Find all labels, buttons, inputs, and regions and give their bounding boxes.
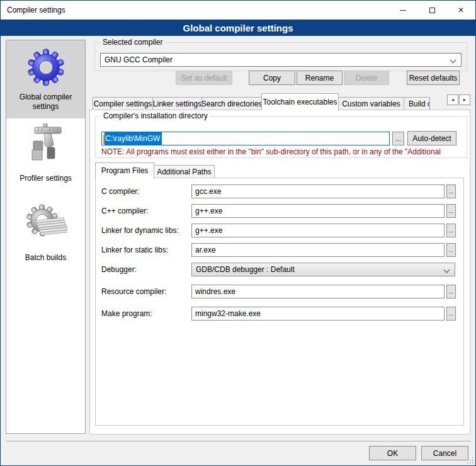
c-compiler-input[interactable] bbox=[191, 185, 445, 198]
static-linker-input[interactable] bbox=[191, 243, 445, 257]
minimize-button[interactable] bbox=[388, 1, 417, 20]
dialog-body: Global compiler settings bbox=[1, 36, 475, 465]
cpp-compiler-label: C++ compiler: bbox=[101, 207, 149, 215]
program-files-tabs: Program Files Additional Paths bbox=[95, 163, 214, 178]
toolchain-executables-page: Compiler's installation directory C:\ray… bbox=[89, 110, 470, 435]
maximize-icon bbox=[429, 8, 435, 13]
form-row: Debugger: GDB/CDB debugger : Default bbox=[96, 263, 463, 276]
form-row: Linker for dynamic libs: ... bbox=[96, 224, 463, 237]
maximize-button[interactable] bbox=[417, 1, 446, 20]
debugger-select[interactable]: GDB/CDB debugger : Default bbox=[191, 263, 455, 276]
installation-directory-groupbox: Compiler's installation directory C:\ray… bbox=[95, 116, 467, 158]
window-title: Compiler settings bbox=[7, 6, 65, 14]
settings-category-list: Global compiler settings bbox=[6, 40, 86, 434]
dynamic-linker-label: Linker for dynamic libs: bbox=[101, 226, 179, 235]
tab-scroll-right-button[interactable]: ► bbox=[459, 94, 470, 105]
form-row: Resource compiler: ... bbox=[96, 285, 463, 298]
selected-compiler-group-label: Selected compiler bbox=[100, 38, 165, 47]
ok-button[interactable]: OK bbox=[369, 446, 416, 460]
installation-directory-input[interactable]: C:\raylib\MinGW bbox=[101, 132, 390, 145]
blue-gear-icon bbox=[26, 47, 66, 89]
tab-scroll-left-button[interactable]: ◄ bbox=[447, 94, 458, 105]
sidebar-item-batch-builds[interactable]: Batch builds bbox=[6, 200, 85, 278]
reset-defaults-button[interactable]: Reset defaults bbox=[407, 71, 460, 85]
sidebar-item-profiler-settings[interactable]: Profiler settings bbox=[6, 121, 85, 199]
arrow-right-icon: ► bbox=[463, 98, 467, 102]
resource-compiler-label: Resource compiler: bbox=[101, 287, 166, 296]
form-row: Make program: ... bbox=[96, 307, 463, 321]
copy-button[interactable]: Copy bbox=[249, 71, 295, 85]
footer-divider bbox=[6, 441, 471, 441]
tab-program-files[interactable]: Program Files bbox=[95, 162, 154, 178]
arrow-left-icon: ◄ bbox=[451, 98, 455, 102]
browse-button[interactable]: ... bbox=[446, 285, 456, 298]
compiler-tabs: Compiler settings Linker settings Search… bbox=[89, 94, 471, 110]
tab-custom-variables[interactable]: Custom variables bbox=[338, 97, 404, 110]
tab-compiler-settings[interactable]: Compiler settings bbox=[93, 97, 153, 110]
sidebar-item-global-compiler-settings[interactable]: Global compiler settings bbox=[6, 40, 85, 118]
bin-subdirectory-note: NOTE: All programs must exist either in … bbox=[101, 147, 465, 156]
browse-button[interactable]: ... bbox=[446, 185, 456, 198]
sidebar-item-label: Profiler settings bbox=[20, 174, 72, 183]
chevron-down-icon bbox=[450, 57, 456, 64]
delete-button[interactable]: Delete bbox=[344, 71, 389, 85]
tab-search-directories[interactable]: Search directories bbox=[201, 97, 262, 110]
chevron-down-icon bbox=[444, 267, 450, 273]
tab-toolchain-executables[interactable]: Toolchain executables bbox=[261, 93, 339, 110]
form-row: C++ compiler: ... bbox=[96, 204, 463, 218]
caliper-icon bbox=[26, 123, 66, 171]
form-row: C compiler: ... bbox=[96, 185, 463, 198]
selected-compiler-select[interactable]: GNU GCC Compiler bbox=[100, 53, 462, 67]
selected-compiler-groupbox: Selected compiler GNU GCC Compiler bbox=[94, 42, 467, 71]
browse-directory-button[interactable]: ... bbox=[392, 132, 404, 145]
form-row: Linker for static libs: ... bbox=[96, 243, 463, 257]
browse-button[interactable]: ... bbox=[446, 307, 456, 321]
auto-detect-button[interactable]: Auto-detect bbox=[407, 131, 456, 145]
c-compiler-label: C compiler: bbox=[101, 187, 140, 196]
sidebar-item-label: Global compiler settings bbox=[6, 93, 85, 111]
gray-gear-stack-icon bbox=[25, 203, 67, 250]
installation-directory-group-label: Compiler's installation directory bbox=[101, 111, 210, 120]
banner-title: Global compiler settings bbox=[183, 23, 293, 33]
titlebar[interactable]: Compiler settings ✕ bbox=[1, 1, 475, 20]
cpp-compiler-input[interactable] bbox=[191, 204, 445, 218]
static-linker-label: Linker for static libs: bbox=[101, 246, 168, 254]
set-as-default-button[interactable]: Set as default bbox=[176, 71, 232, 85]
dialog-banner: Global compiler settings bbox=[1, 20, 475, 36]
tab-additional-paths[interactable]: Additional Paths bbox=[154, 165, 215, 178]
close-button[interactable]: ✕ bbox=[446, 1, 475, 20]
dynamic-linker-input[interactable] bbox=[191, 224, 445, 237]
program-files-page: C compiler: ... C++ compiler: ... Linker… bbox=[95, 178, 464, 426]
minimize-icon bbox=[400, 10, 406, 11]
sidebar-item-label: Batch builds bbox=[25, 253, 66, 263]
tab-linker-settings[interactable]: Linker settings bbox=[152, 97, 202, 110]
make-program-label: Make program: bbox=[101, 309, 152, 318]
browse-button[interactable]: ... bbox=[446, 243, 456, 257]
selected-compiler-value: GNU GCC Compiler bbox=[105, 55, 173, 64]
resource-compiler-input[interactable] bbox=[191, 285, 445, 298]
resize-grip-icon[interactable] bbox=[467, 457, 473, 463]
make-program-input[interactable] bbox=[191, 307, 445, 321]
caption-buttons: ✕ bbox=[388, 1, 475, 20]
installation-directory-value: C:\raylib\MinGW bbox=[105, 132, 162, 145]
compiler-settings-window: Compiler settings ✕ Global compiler sett… bbox=[0, 0, 476, 466]
tab-scroll-buttons: ◄ ► bbox=[446, 94, 470, 105]
browse-button[interactable]: ... bbox=[446, 224, 456, 237]
browse-button[interactable]: ... bbox=[446, 204, 456, 218]
main-panel: Selected compiler GNU GCC Compiler Set a… bbox=[89, 36, 471, 465]
rename-button[interactable]: Rename bbox=[297, 71, 343, 85]
debugger-value: GDB/CDB debugger : Default bbox=[196, 265, 295, 274]
tab-build-options[interactable]: Build options bbox=[404, 97, 430, 110]
cancel-button[interactable]: Cancel bbox=[421, 446, 468, 460]
debugger-label: Debugger: bbox=[101, 265, 137, 274]
close-icon: ✕ bbox=[458, 6, 464, 14]
